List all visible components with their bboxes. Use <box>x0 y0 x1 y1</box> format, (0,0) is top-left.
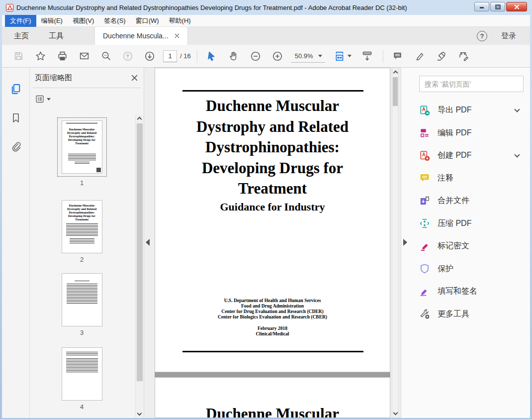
scroll-down-icon[interactable] <box>137 411 142 416</box>
minimize-button[interactable] <box>474 2 489 11</box>
pdf-page-2[interactable]: Duchenne Muscular <box>155 377 390 418</box>
menu-edit[interactable]: 编辑(E) <box>36 15 68 27</box>
mini-text-lines <box>68 154 96 160</box>
thumbnail-page-3[interactable]: 3 <box>30 273 134 336</box>
attachments-nav-button[interactable] <box>7 138 24 155</box>
bookmarks-nav-button[interactable] <box>7 109 24 126</box>
search-icon <box>101 51 111 61</box>
edit-page-tool-button[interactable] <box>455 48 472 65</box>
pdf-date-block: February 2018 Clinical/Medical <box>155 326 390 337</box>
mini-title-text: Duchenne Muscular Dystrophy and Related … <box>62 124 102 145</box>
search-button[interactable] <box>97 48 114 65</box>
scrolling-mode-button[interactable] <box>359 48 376 65</box>
thumbnail-selection-outline: Duchenne Muscular Dystrophy and Related … <box>57 117 107 177</box>
tool-redact[interactable]: 标记密文 <box>401 235 530 258</box>
menu-view[interactable]: 视图(V) <box>68 15 99 27</box>
menu-bar: 文件(F) 编辑(E) 视图(V) 签名(S) 窗口(W) 帮助(H) <box>2 15 530 27</box>
tool-label: 合并文件 <box>438 196 469 206</box>
next-page-button[interactable] <box>141 48 158 65</box>
tab-home[interactable]: 主页 <box>4 27 39 45</box>
tool-compress-pdf[interactable]: 压缩 PDF <box>401 212 530 235</box>
fit-width-icon <box>334 51 346 62</box>
menu-file[interactable]: 文件(F) <box>5 15 36 27</box>
save-button[interactable] <box>10 48 27 65</box>
tool-more-tools[interactable]: 更多工具 <box>401 303 530 326</box>
thumbnail-view-indicator <box>96 168 101 172</box>
scroll-down-icon[interactable] <box>393 411 398 416</box>
help-icon[interactable]: ? <box>477 31 487 41</box>
tab-close-icon[interactable] <box>175 33 179 38</box>
tool-label: 压缩 PDF <box>438 218 471 229</box>
pdf-subtitle: Guidance for Industry <box>155 201 390 213</box>
thumbnail-page-image: Duchenne Muscular Dystrophy and Related … <box>62 200 102 253</box>
thumbnail-page-image <box>62 273 102 326</box>
chevron-down-icon <box>47 98 51 101</box>
zoom-in-button[interactable] <box>269 48 286 65</box>
compress-pdf-icon <box>419 218 430 229</box>
tool-comment[interactable]: 注释 <box>401 167 530 190</box>
tab-tools[interactable]: 工具 <box>39 27 74 45</box>
thumbnail-page-4[interactable]: 4 <box>30 347 134 411</box>
select-tool-button[interactable] <box>203 48 220 65</box>
chevron-down-icon[interactable] <box>514 152 520 157</box>
scroll-up-icon[interactable] <box>393 71 398 76</box>
close-button[interactable] <box>506 2 527 11</box>
thumbnail-label: 3 <box>80 329 84 336</box>
chevron-down-icon[interactable] <box>514 106 520 112</box>
collapse-left-panel-arrow[interactable] <box>146 239 150 246</box>
menu-sign[interactable]: 签名(S) <box>99 15 130 27</box>
tool-fill-sign[interactable]: 填写和签名 <box>401 280 530 303</box>
window-controls <box>473 2 527 11</box>
thumbnail-page-1[interactable]: Duchenne Muscular Dystrophy and Related … <box>30 117 134 187</box>
thumbnail-page-2[interactable]: Duchenne Muscular Dystrophy and Related … <box>30 200 134 263</box>
menu-help[interactable]: 帮助(H) <box>164 15 196 27</box>
star-button[interactable] <box>32 48 49 65</box>
scrolling-mode-icon <box>361 50 373 62</box>
restore-button[interactable] <box>490 2 505 11</box>
scrollbar-thumb[interactable] <box>137 123 143 381</box>
login-button[interactable]: 登录 <box>501 31 516 41</box>
zoom-out-button[interactable] <box>247 48 264 65</box>
adobe-reader-icon <box>6 4 13 11</box>
pdf-page2-title: Duchenne Muscular <box>155 405 390 418</box>
bookmark-icon <box>10 112 21 123</box>
tool-label: 填写和签名 <box>438 286 477 297</box>
email-button[interactable] <box>76 48 92 65</box>
previous-page-button[interactable] <box>119 48 136 65</box>
title-bar: Duchenne Muscular Dystrophy and Related … <box>2 0 530 15</box>
print-button[interactable] <box>54 48 71 65</box>
thumbnails-scrollbar[interactable] <box>135 114 144 418</box>
tool-create-pdf[interactable]: 创建 PDF <box>401 144 530 167</box>
document-scrollbar[interactable] <box>392 68 399 418</box>
panel-close-icon[interactable] <box>131 75 138 81</box>
tools-search-input[interactable] <box>419 76 524 92</box>
highlight-tool-button[interactable] <box>411 48 428 65</box>
page-thumbnails-nav-button[interactable] <box>7 81 24 98</box>
scrollbar-thumb[interactable] <box>393 77 398 106</box>
collapse-right-panel-arrow[interactable] <box>403 239 407 246</box>
thumbnail-label: 1 <box>80 179 84 187</box>
tool-export-pdf[interactable]: 导出 PDF <box>401 99 530 122</box>
hand-tool-button[interactable] <box>225 48 242 65</box>
highlighter-icon <box>414 51 425 61</box>
chevron-down-icon <box>318 55 322 57</box>
pdf-title-line: Treatment <box>155 178 390 199</box>
zoom-level-dropdown[interactable]: 50.9% <box>291 50 325 63</box>
menu-window[interactable]: 窗口(W) <box>131 15 164 27</box>
fill-sign-pen-icon <box>419 286 430 297</box>
scroll-up-icon[interactable] <box>137 117 142 122</box>
thumbnails-options-button[interactable] <box>34 93 52 105</box>
page-number-input[interactable] <box>163 50 177 62</box>
tool-combine-files[interactable]: 合并文件 <box>401 190 530 212</box>
sign-tool-button[interactable] <box>433 48 450 65</box>
comment-tool-button[interactable] <box>389 48 406 65</box>
options-list-icon <box>35 95 44 104</box>
tab-document[interactable]: Duchenne Muscula... <box>94 27 188 45</box>
tool-protect[interactable]: 保护 <box>401 258 530 281</box>
mini-text-lines <box>67 284 97 305</box>
tool-edit-pdf[interactable]: 编辑 PDF <box>401 122 530 145</box>
pdf-date-line: Clinical/Medical <box>155 331 390 337</box>
pdf-org-line: Food and Drug Administration <box>155 304 390 309</box>
pdf-page-1[interactable]: Duchenne Muscular Dystrophy and Related … <box>155 68 390 372</box>
fit-width-button[interactable] <box>332 48 354 65</box>
